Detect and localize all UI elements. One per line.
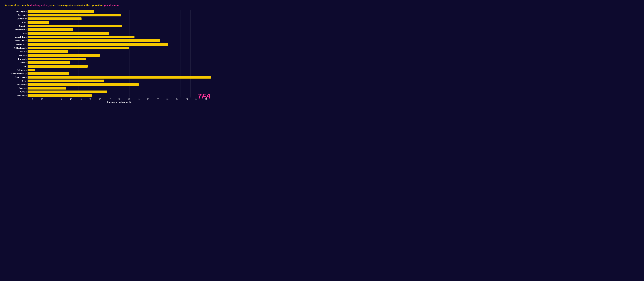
x-tick-21: 21 xyxy=(143,98,153,100)
bar-preston xyxy=(28,61,70,64)
y-label-cardiff: Cardiff xyxy=(21,21,26,24)
bar-row-coventry xyxy=(28,24,211,28)
bar-row-birmingham xyxy=(28,10,211,13)
y-axis-labels: BirminghamBlackburnBristol CityCardiffCo… xyxy=(5,10,26,98)
bar-row-millwall xyxy=(28,50,211,53)
bar-leicester-city xyxy=(28,43,168,46)
bars-area xyxy=(28,10,211,98)
bar-row-ipswich-town xyxy=(28,35,211,39)
y-label-stoke: Stoke xyxy=(22,79,26,82)
y-label-preston: Preston xyxy=(20,61,26,64)
y-label-bristol-city: Bristol City xyxy=(17,17,26,20)
title: A view of how much attacking activity ea… xyxy=(5,3,211,7)
y-label-plymouth: Plymouth xyxy=(18,57,26,60)
bar-stoke xyxy=(28,80,104,82)
bar-row-swansea xyxy=(28,86,211,90)
y-label-birmingham: Birmingham xyxy=(16,10,26,13)
x-tick-22: 22 xyxy=(153,98,162,100)
bar-row-rotherham xyxy=(28,68,211,72)
tfa-logo: TFA xyxy=(198,92,211,100)
bar-row-stoke xyxy=(28,79,211,82)
x-tick-19: 19 xyxy=(124,98,134,100)
x-tick-16: 16 xyxy=(95,98,105,100)
y-label-coventry: Coventry xyxy=(18,24,26,28)
y-label-hull: Hull xyxy=(23,32,26,35)
y-label-leeds-united: Leeds United xyxy=(15,39,26,42)
bar-row-leicester-city xyxy=(28,43,211,46)
x-tick-15: 15 xyxy=(86,98,95,100)
y-label-rotherham: Rotherham xyxy=(17,68,26,72)
x-tick-9: 9 xyxy=(28,98,37,100)
bar-cardiff xyxy=(28,21,49,24)
bar-row-hull xyxy=(28,32,211,35)
x-tick-18: 18 xyxy=(114,98,124,100)
x-tick-14: 14 xyxy=(76,98,86,100)
x-tick-11: 11 xyxy=(47,98,56,100)
bar-row-bristol-city xyxy=(28,17,211,20)
bar-row-sunderland xyxy=(28,83,211,86)
x-tick-12: 12 xyxy=(56,98,66,100)
bar-qpr xyxy=(28,65,88,68)
y-label-southampton: Southampton xyxy=(15,76,26,79)
bar-row-norwich xyxy=(28,54,211,57)
bar-row-sheff-wednesday xyxy=(28,72,211,75)
x-tick-10: 10 xyxy=(37,98,47,100)
bar-row-southampton xyxy=(28,76,211,79)
bar-bristol-city xyxy=(28,18,82,20)
bar-birmingham xyxy=(28,10,94,13)
y-label-sunderland: Sunderland xyxy=(16,83,26,86)
bar-rotherham xyxy=(28,68,35,71)
bar-watford xyxy=(28,90,107,93)
bar-row-middlesbrough xyxy=(28,46,211,50)
x-tick-20: 20 xyxy=(134,98,143,100)
bar-ipswich-town xyxy=(28,36,134,38)
y-label-middlesbrough: Middlesbrough xyxy=(14,46,26,50)
x-tick-25: 25 xyxy=(182,98,192,100)
bar-millwall xyxy=(28,50,68,53)
y-label-watford: Watford xyxy=(20,90,26,94)
bar-row-west-brom xyxy=(28,94,211,97)
bar-sunderland xyxy=(28,83,139,86)
y-label-blackburn: Blackburn xyxy=(18,14,26,17)
bar-row-qpr xyxy=(28,64,211,68)
y-label-west-brom: West Brom xyxy=(17,94,26,97)
bar-norwich xyxy=(28,54,100,57)
bar-coventry xyxy=(28,25,122,28)
bar-row-cardiff xyxy=(28,21,211,24)
x-tick-24: 24 xyxy=(172,98,182,100)
y-label-qpr: QPR xyxy=(22,64,26,68)
bar-hull xyxy=(28,32,109,35)
y-label-leicester-city: Leicester City xyxy=(14,43,26,46)
y-label-swansea: Swansea xyxy=(19,86,26,90)
y-label-huddersfield: Huddersfield xyxy=(16,28,26,32)
chart-container: BirminghamBlackburnBristol CityCardiffCo… xyxy=(5,10,211,104)
bar-plymouth xyxy=(28,58,86,60)
bar-row-plymouth xyxy=(28,57,211,60)
bar-middlesbrough xyxy=(28,47,129,49)
bar-blackburn xyxy=(28,14,121,16)
x-tick-23: 23 xyxy=(163,98,172,100)
x-tick-17: 17 xyxy=(105,98,114,100)
bar-southampton xyxy=(28,76,211,78)
bar-row-preston xyxy=(28,61,211,64)
bar-swansea xyxy=(28,87,66,90)
bar-row-watford xyxy=(28,90,211,94)
bar-sheff-wednesday xyxy=(28,72,69,75)
y-label-ipswich-town: Ipswich Town xyxy=(15,35,26,39)
x-tick-13: 13 xyxy=(66,98,76,100)
bar-row-blackburn xyxy=(28,14,211,17)
y-label-sheff-wednesday: Sheff Wednesday xyxy=(12,72,27,75)
bar-row-leeds-united xyxy=(28,39,211,42)
x-axis-title: Touches in the box per 90 xyxy=(28,101,211,104)
y-label-millwall: Millwall xyxy=(20,50,26,53)
bar-huddersfield xyxy=(28,28,74,31)
y-label-norwich: Norwich xyxy=(20,54,26,57)
chart-area: BirminghamBlackburnBristol CityCardiffCo… xyxy=(5,10,211,98)
bar-west-brom xyxy=(28,94,92,97)
bar-leeds-united xyxy=(28,39,160,42)
bar-row-huddersfield xyxy=(28,28,211,32)
